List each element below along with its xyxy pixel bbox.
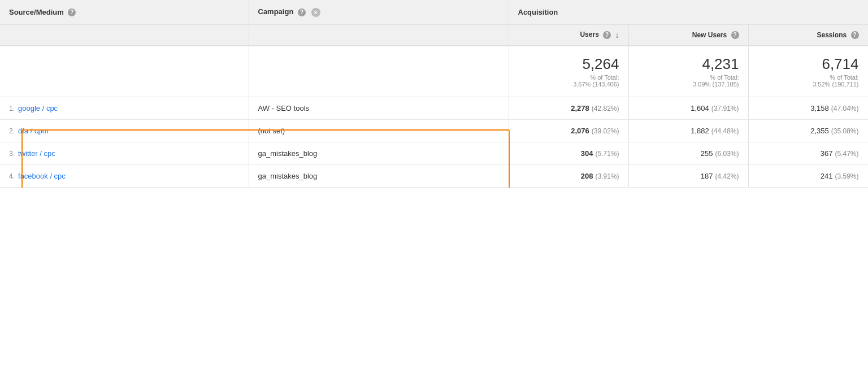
analytics-table-container: Source/Medium ? Campaign ? ✕ Acquisition… bbox=[0, 0, 868, 188]
campaign-cell: ga_mistakes_blog bbox=[249, 142, 509, 165]
new-users-cell: 255(6.03%) bbox=[628, 142, 748, 165]
campaign-help-icon[interactable]: ? bbox=[298, 8, 306, 16]
source-cell: 1.google / cpc bbox=[0, 97, 249, 120]
new-users-pct: (44.48%) bbox=[711, 127, 739, 135]
users-cell: 208(3.91%) bbox=[509, 165, 628, 188]
source-cell: 3.twitter / cpc bbox=[0, 142, 249, 165]
analytics-table: Source/Medium ? Campaign ? ✕ Acquisition… bbox=[0, 0, 868, 188]
sessions-help-icon[interactable]: ? bbox=[851, 31, 859, 39]
column-header-row: Users ? ↓ New Users ? Sessions ? bbox=[0, 25, 868, 46]
totals-new-users-cell: 4,231 % of Total: 3.09% (137,105) bbox=[628, 46, 748, 97]
totals-new-users-sub: % of Total: 3.09% (137,105) bbox=[638, 74, 739, 88]
campaign-cell: ga_mistakes_blog bbox=[249, 165, 509, 188]
users-label: Users bbox=[580, 31, 598, 38]
sessions-pct: (35.08%) bbox=[831, 127, 859, 135]
totals-source-cell bbox=[0, 46, 249, 97]
users-pct: (3.91%) bbox=[595, 172, 619, 180]
sessions-pct: (3.59%) bbox=[835, 172, 858, 180]
sessions-cell: 241(3.59%) bbox=[748, 165, 868, 188]
users-value: 208 bbox=[581, 172, 593, 180]
source-cell: 4.facebook / cpc bbox=[0, 165, 249, 188]
sessions-cell: 367(5.47%) bbox=[748, 142, 868, 165]
new-users-col-header[interactable]: New Users ? bbox=[628, 25, 748, 46]
totals-sessions-cell: 6,714 % of Total: 3.52% (190,711) bbox=[748, 46, 868, 97]
totals-campaign-cell bbox=[249, 46, 509, 97]
users-cell: 304(5.71%) bbox=[509, 142, 628, 165]
table-row: 2.dfa / cpm(not set)2,076(39.02%)1,882(4… bbox=[0, 120, 868, 142]
source-link[interactable]: facebook / cpc bbox=[18, 172, 66, 180]
new-users-label: New Users bbox=[692, 31, 727, 39]
sessions-cell: 3,158(47.04%) bbox=[748, 97, 868, 120]
users-value: 304 bbox=[581, 149, 593, 158]
campaign-close-icon[interactable]: ✕ bbox=[311, 8, 320, 17]
sessions-value: 241 bbox=[821, 172, 833, 180]
totals-sessions-sub: % of Total: 3.52% (190,711) bbox=[758, 74, 859, 88]
totals-row: 5,264 % of Total: 3.67% (143,406) 4,231 … bbox=[0, 46, 868, 97]
totals-users-sub-label: % of Total: bbox=[590, 74, 619, 81]
users-cell: 2,076(39.02%) bbox=[509, 120, 628, 142]
new-users-pct: (4.42%) bbox=[715, 172, 739, 180]
source-medium-help-icon[interactable]: ? bbox=[68, 8, 76, 16]
users-value: 2,278 bbox=[571, 104, 589, 112]
row-index: 3. bbox=[9, 150, 15, 158]
campaign-cell: (not set) bbox=[249, 120, 509, 142]
totals-new-users-value: 4,231 bbox=[638, 55, 739, 73]
acquisition-label: Acquisition bbox=[518, 8, 558, 16]
totals-sessions-value: 6,714 bbox=[758, 55, 859, 73]
users-col-header[interactable]: Users ? ↓ bbox=[509, 25, 628, 46]
row-index: 2. bbox=[9, 127, 15, 135]
source-medium-header: Source/Medium ? bbox=[0, 0, 249, 25]
campaign-cell: AW - SEO tools bbox=[249, 97, 509, 120]
table-row: 4.facebook / cpcga_mistakes_blog208(3.91… bbox=[0, 165, 868, 188]
new-users-help-icon[interactable]: ? bbox=[731, 31, 739, 39]
campaign-header: Campaign ? ✕ bbox=[249, 0, 509, 25]
source-col-spacer bbox=[0, 25, 249, 46]
header-group-row: Source/Medium ? Campaign ? ✕ Acquisition bbox=[0, 0, 868, 25]
row-index: 1. bbox=[9, 105, 15, 112]
acquisition-header: Acquisition bbox=[509, 0, 868, 25]
users-pct: (5.71%) bbox=[595, 150, 619, 158]
new-users-pct: (6.03%) bbox=[715, 150, 739, 158]
source-link[interactable]: dfa / cpm bbox=[18, 127, 48, 135]
sessions-value: 367 bbox=[821, 149, 833, 158]
totals-users-sub: % of Total: 3.67% (143,406) bbox=[518, 74, 619, 88]
source-link[interactable]: google / cpc bbox=[18, 104, 58, 112]
source-medium-label: Source/Medium bbox=[9, 8, 64, 16]
totals-sessions-detail: 3.52% (190,711) bbox=[813, 81, 858, 88]
new-users-value: 1,604 bbox=[691, 104, 709, 112]
new-users-cell: 187(4.42%) bbox=[628, 165, 748, 188]
row-index: 4. bbox=[9, 172, 15, 180]
table-row: 3.twitter / cpcga_mistakes_blog304(5.71%… bbox=[0, 142, 868, 165]
totals-users-detail: 3.67% (143,406) bbox=[573, 81, 619, 88]
sessions-value: 3,158 bbox=[810, 104, 829, 112]
users-pct: (42.82%) bbox=[592, 105, 619, 112]
new-users-value: 255 bbox=[701, 149, 713, 158]
totals-users-value: 5,264 bbox=[518, 55, 619, 73]
users-cell: 2,278(42.82%) bbox=[509, 97, 628, 120]
sessions-cell: 2,355(35.08%) bbox=[748, 120, 868, 142]
campaign-label: Campaign bbox=[258, 7, 294, 16]
totals-users-cell: 5,264 % of Total: 3.67% (143,406) bbox=[509, 46, 628, 97]
totals-new-users-sub-label: % of Total: bbox=[710, 74, 739, 81]
sessions-pct: (5.47%) bbox=[835, 150, 858, 158]
users-value: 2,076 bbox=[571, 127, 589, 135]
new-users-cell: 1,882(44.48%) bbox=[628, 120, 748, 142]
sessions-label: Sessions bbox=[817, 31, 847, 39]
sessions-value: 2,355 bbox=[810, 127, 829, 135]
sessions-pct: (47.04%) bbox=[831, 105, 859, 112]
source-cell: 2.dfa / cpm bbox=[0, 120, 249, 142]
new-users-pct: (37.91%) bbox=[711, 105, 739, 112]
totals-new-users-detail: 3.09% (137,105) bbox=[693, 81, 739, 88]
new-users-value: 187 bbox=[701, 172, 713, 180]
campaign-col-spacer bbox=[249, 25, 509, 46]
new-users-cell: 1,604(37.91%) bbox=[628, 97, 748, 120]
source-link[interactable]: twitter / cpc bbox=[18, 149, 55, 158]
sort-arrow-icon: ↓ bbox=[615, 31, 619, 40]
table-row: 1.google / cpcAW - SEO tools2,278(42.82%… bbox=[0, 97, 868, 120]
sessions-col-header[interactable]: Sessions ? bbox=[748, 25, 868, 46]
users-pct: (39.02%) bbox=[592, 127, 619, 135]
new-users-value: 1,882 bbox=[691, 127, 709, 135]
totals-sessions-sub-label: % of Total: bbox=[830, 74, 858, 81]
users-help-icon[interactable]: ? bbox=[603, 31, 611, 39]
